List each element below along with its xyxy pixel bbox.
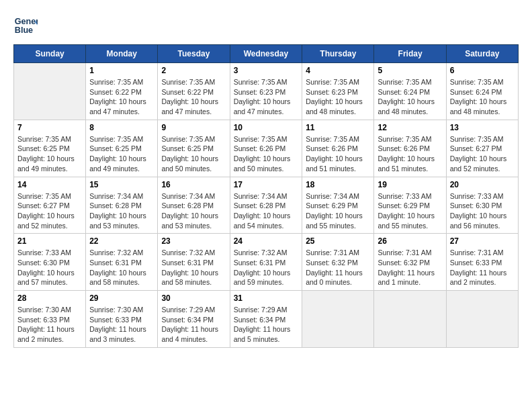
day-info: Sunrise: 7:31 AMSunset: 6:32 PMDaylight:… (378, 248, 442, 287)
day-info: Sunrise: 7:33 AMSunset: 6:30 PMDaylight:… (450, 191, 515, 231)
day-info: Sunrise: 7:29 AMSunset: 6:34 PMDaylight:… (234, 305, 299, 345)
day-info: Sunrise: 7:35 AMSunset: 6:22 PMDaylight:… (89, 77, 154, 117)
day-info: Sunrise: 7:35 AMSunset: 6:25 PMDaylight:… (89, 134, 154, 174)
day-info: Sunrise: 7:34 AMSunset: 6:29 PMDaylight:… (306, 191, 370, 231)
calendar-cell: 10Sunrise: 7:35 AMSunset: 6:26 PMDayligh… (230, 120, 302, 177)
day-number: 3 (234, 66, 299, 75)
calendar-cell (446, 291, 518, 348)
day-info: Sunrise: 7:29 AMSunset: 6:34 PMDaylight:… (161, 305, 226, 345)
day-number: 29 (89, 293, 154, 303)
day-info: Sunrise: 7:31 AMSunset: 6:33 PMDaylight:… (450, 248, 515, 287)
day-header-thursday: Thursday (302, 45, 374, 63)
day-header-sunday: Sunday (14, 45, 86, 63)
calendar-cell: 25Sunrise: 7:31 AMSunset: 6:32 PMDayligh… (302, 234, 374, 291)
day-number: 8 (89, 123, 154, 132)
calendar-cell (302, 291, 374, 348)
calendar-cell: 1Sunrise: 7:35 AMSunset: 6:22 PMDaylight… (86, 63, 158, 120)
day-number: 2 (161, 66, 226, 75)
day-number: 23 (161, 236, 226, 246)
day-info: Sunrise: 7:32 AMSunset: 6:31 PMDaylight:… (89, 248, 154, 287)
day-info: Sunrise: 7:34 AMSunset: 6:28 PMDaylight:… (234, 191, 299, 231)
calendar-table: SundayMondayTuesdayWednesdayThursdayFrid… (13, 44, 519, 348)
day-header-friday: Friday (374, 45, 446, 63)
day-info: Sunrise: 7:35 AMSunset: 6:24 PMDaylight:… (378, 77, 442, 117)
logo-icon: General Blue (13, 13, 38, 38)
calendar-cell: 28Sunrise: 7:30 AMSunset: 6:33 PMDayligh… (14, 291, 86, 348)
day-number: 17 (234, 180, 299, 189)
day-number: 5 (378, 66, 442, 75)
day-info: Sunrise: 7:32 AMSunset: 6:31 PMDaylight:… (161, 248, 226, 287)
day-info: Sunrise: 7:34 AMSunset: 6:28 PMDaylight:… (89, 191, 154, 231)
calendar-cell (14, 63, 86, 120)
day-info: Sunrise: 7:35 AMSunset: 6:22 PMDaylight:… (161, 77, 226, 117)
calendar-cell: 12Sunrise: 7:35 AMSunset: 6:26 PMDayligh… (374, 120, 446, 177)
calendar-cell: 11Sunrise: 7:35 AMSunset: 6:26 PMDayligh… (302, 120, 374, 177)
day-number: 9 (161, 123, 226, 132)
day-number: 25 (306, 236, 370, 246)
svg-text:Blue: Blue (15, 26, 33, 35)
calendar-cell: 9Sunrise: 7:35 AMSunset: 6:25 PMDaylight… (158, 120, 230, 177)
day-number: 6 (450, 66, 515, 75)
calendar-cell: 4Sunrise: 7:35 AMSunset: 6:23 PMDaylight… (302, 63, 374, 120)
day-number: 21 (17, 236, 82, 246)
day-number: 31 (234, 293, 299, 303)
calendar-cell: 18Sunrise: 7:34 AMSunset: 6:29 PMDayligh… (302, 177, 374, 234)
day-info: Sunrise: 7:35 AMSunset: 6:24 PMDaylight:… (450, 77, 515, 117)
calendar-cell: 17Sunrise: 7:34 AMSunset: 6:28 PMDayligh… (230, 177, 302, 234)
calendar-cell: 19Sunrise: 7:33 AMSunset: 6:29 PMDayligh… (374, 177, 446, 234)
calendar-cell: 21Sunrise: 7:33 AMSunset: 6:30 PMDayligh… (14, 234, 86, 291)
calendar-cell: 7Sunrise: 7:35 AMSunset: 6:25 PMDaylight… (14, 120, 86, 177)
day-info: Sunrise: 7:32 AMSunset: 6:31 PMDaylight:… (234, 248, 299, 287)
day-header-wednesday: Wednesday (230, 45, 302, 63)
calendar-cell: 13Sunrise: 7:35 AMSunset: 6:27 PMDayligh… (446, 120, 518, 177)
day-number: 22 (89, 236, 154, 246)
day-number: 19 (378, 180, 442, 189)
week-row-2: 7Sunrise: 7:35 AMSunset: 6:25 PMDaylight… (14, 120, 519, 177)
day-number: 14 (17, 180, 82, 189)
day-number: 4 (306, 66, 370, 75)
calendar-cell: 23Sunrise: 7:32 AMSunset: 6:31 PMDayligh… (158, 234, 230, 291)
week-row-1: 1Sunrise: 7:35 AMSunset: 6:22 PMDaylight… (14, 63, 519, 120)
day-info: Sunrise: 7:33 AMSunset: 6:30 PMDaylight:… (17, 248, 82, 287)
day-number: 30 (161, 293, 226, 303)
calendar-cell: 8Sunrise: 7:35 AMSunset: 6:25 PMDaylight… (86, 120, 158, 177)
calendar-cell: 2Sunrise: 7:35 AMSunset: 6:22 PMDaylight… (158, 63, 230, 120)
calendar-cell: 22Sunrise: 7:32 AMSunset: 6:31 PMDayligh… (86, 234, 158, 291)
day-info: Sunrise: 7:35 AMSunset: 6:26 PMDaylight:… (234, 134, 299, 174)
day-info: Sunrise: 7:35 AMSunset: 6:23 PMDaylight:… (306, 77, 370, 117)
week-row-5: 28Sunrise: 7:30 AMSunset: 6:33 PMDayligh… (14, 291, 519, 348)
day-info: Sunrise: 7:34 AMSunset: 6:28 PMDaylight:… (161, 191, 226, 231)
page-header: General Blue (13, 13, 519, 38)
calendar-cell: 27Sunrise: 7:31 AMSunset: 6:33 PMDayligh… (446, 234, 518, 291)
day-number: 13 (450, 123, 515, 132)
day-info: Sunrise: 7:30 AMSunset: 6:33 PMDaylight:… (89, 305, 154, 345)
day-header-monday: Monday (86, 45, 158, 63)
day-header-tuesday: Tuesday (158, 45, 230, 63)
day-number: 10 (234, 123, 299, 132)
week-row-3: 14Sunrise: 7:35 AMSunset: 6:27 PMDayligh… (14, 177, 519, 234)
calendar-cell: 31Sunrise: 7:29 AMSunset: 6:34 PMDayligh… (230, 291, 302, 348)
day-info: Sunrise: 7:35 AMSunset: 6:26 PMDaylight:… (306, 134, 370, 174)
calendar-cell: 26Sunrise: 7:31 AMSunset: 6:32 PMDayligh… (374, 234, 446, 291)
day-number: 16 (161, 180, 226, 189)
calendar-cell: 20Sunrise: 7:33 AMSunset: 6:30 PMDayligh… (446, 177, 518, 234)
day-info: Sunrise: 7:35 AMSunset: 6:26 PMDaylight:… (378, 134, 442, 174)
day-number: 24 (234, 236, 299, 246)
day-number: 26 (378, 236, 442, 246)
day-number: 7 (17, 123, 82, 132)
day-info: Sunrise: 7:35 AMSunset: 6:23 PMDaylight:… (234, 77, 299, 117)
day-number: 28 (17, 293, 82, 303)
day-number: 20 (450, 180, 515, 189)
day-number: 27 (450, 236, 515, 246)
week-row-4: 21Sunrise: 7:33 AMSunset: 6:30 PMDayligh… (14, 234, 519, 291)
day-info: Sunrise: 7:35 AMSunset: 6:25 PMDaylight:… (161, 134, 226, 174)
calendar-cell (374, 291, 446, 348)
day-number: 12 (378, 123, 442, 132)
calendar-cell: 5Sunrise: 7:35 AMSunset: 6:24 PMDaylight… (374, 63, 446, 120)
day-info: Sunrise: 7:35 AMSunset: 6:27 PMDaylight:… (17, 191, 82, 231)
day-info: Sunrise: 7:30 AMSunset: 6:33 PMDaylight:… (17, 305, 82, 345)
calendar-cell: 14Sunrise: 7:35 AMSunset: 6:27 PMDayligh… (14, 177, 86, 234)
day-info: Sunrise: 7:35 AMSunset: 6:25 PMDaylight:… (17, 134, 82, 174)
day-header-saturday: Saturday (446, 45, 518, 63)
day-number: 1 (89, 66, 154, 75)
